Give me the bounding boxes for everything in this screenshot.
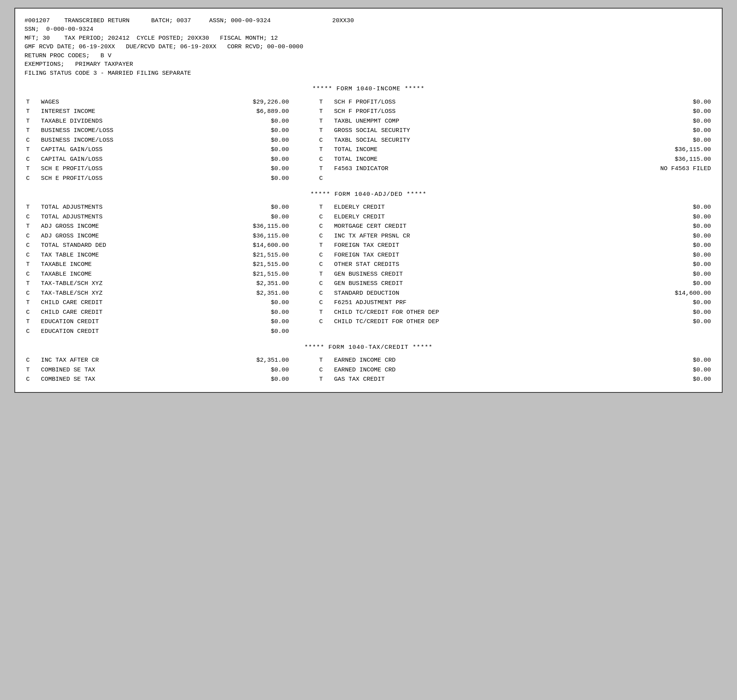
right-value: $0.00 xyxy=(590,308,712,317)
right-indicator: T xyxy=(318,269,332,279)
left-value: $29,226.00 xyxy=(202,97,291,107)
left-label: BUSINESS INCOME/LOSS xyxy=(39,126,202,135)
left-label: CAPITAL GAIN/LOSS xyxy=(39,145,202,154)
right-label: SCH F PROFIT/LOSS xyxy=(333,97,591,107)
right-value: $36,115.00 xyxy=(590,155,712,164)
left-value: $2,351.00 xyxy=(202,288,291,298)
left-value: $0.00 xyxy=(202,135,291,145)
table-row: CTOTAL ADJUSTMENTS$0.00CELDERLY CREDIT$0… xyxy=(25,212,712,222)
left-label: BUSINESS INCOME/LOSS xyxy=(39,135,202,145)
spacer xyxy=(290,145,318,154)
left-label: EDUCATION CREDIT xyxy=(39,327,202,336)
table-row: TCAPITAL GAIN/LOSS$0.00TTOTAL INCOME$36,… xyxy=(25,145,712,154)
left-indicator: C xyxy=(25,174,39,183)
right-value: $0.00 xyxy=(590,260,712,269)
left-indicator: T xyxy=(25,116,39,126)
spacer xyxy=(290,212,318,222)
right-label: CHILD TC/CREDIT FOR OTHER DEP xyxy=(333,308,591,317)
header-line-3: MFT; 30 TAX PERIOD; 202412 CYCLE POSTED;… xyxy=(25,34,712,42)
spacer xyxy=(290,135,318,145)
table-row: CSCH E PROFIT/LOSS$0.00C xyxy=(25,174,712,183)
left-value: $0.00 xyxy=(202,365,291,375)
right-indicator: C xyxy=(318,288,332,298)
left-value: $0.00 xyxy=(202,308,291,317)
left-value: $0.00 xyxy=(202,212,291,222)
left-value: $14,600.00 xyxy=(202,241,291,250)
right-value: $0.00 xyxy=(590,241,712,250)
right-value: $0.00 xyxy=(590,126,712,135)
left-label: TAXABLE DIVIDENDS xyxy=(39,116,202,126)
left-value: $0.00 xyxy=(202,145,291,154)
spacer xyxy=(290,126,318,135)
left-indicator: T xyxy=(25,279,39,288)
right-value: $0.00 xyxy=(590,317,712,326)
spacer xyxy=(290,269,318,279)
left-indicator: C xyxy=(25,327,39,336)
right-indicator: C xyxy=(318,155,332,164)
right-indicator: C xyxy=(318,260,332,269)
right-value: $14,600.00 xyxy=(590,288,712,298)
right-indicator: T xyxy=(318,308,332,317)
left-label: SCH E PROFIT/LOSS xyxy=(39,174,202,183)
header-line-1: #001207 TRANSCRIBED RETURN BATCH; 0037 A… xyxy=(25,16,712,25)
left-indicator: T xyxy=(25,298,39,307)
left-indicator: C xyxy=(25,308,39,317)
right-value: $0.00 xyxy=(590,222,712,231)
right-indicator: C xyxy=(318,135,332,145)
right-value: $0.00 xyxy=(590,202,712,212)
left-indicator: T xyxy=(25,107,39,116)
spacer xyxy=(290,164,318,173)
right-value: $0.00 xyxy=(590,97,712,107)
right-value: $36,115.00 xyxy=(590,145,712,154)
right-indicator: C xyxy=(318,222,332,231)
right-label: EARNED INCOME CRD xyxy=(333,355,591,365)
right-value xyxy=(590,327,712,336)
header-line-6: EXEMPTIONS; PRIMARY TAXPAYER xyxy=(25,60,712,69)
table-row: CTOTAL STANDARD DED$14,600.00TFOREIGN TA… xyxy=(25,241,712,250)
table-row: TTAXABLE INCOME$21,515.00COTHER STAT CRE… xyxy=(25,260,712,269)
left-label: WAGES xyxy=(39,97,202,107)
left-value: $2,351.00 xyxy=(202,355,291,365)
right-value: $0.00 xyxy=(590,355,712,365)
right-indicator: C xyxy=(318,250,332,260)
right-indicator xyxy=(318,327,332,336)
right-label: ELDERLY CREDIT xyxy=(333,202,591,212)
table-row: CTAXABLE INCOME$21,515.00TGEN BUSINESS C… xyxy=(25,269,712,279)
spacer xyxy=(290,174,318,183)
right-label: FOREIGN TAX CREDIT xyxy=(333,241,591,250)
table-row: CCHILD CARE CREDIT$0.00TCHILD TC/CREDIT … xyxy=(25,308,712,317)
right-value: $0.00 xyxy=(590,365,712,375)
left-value: $0.00 xyxy=(202,116,291,126)
left-indicator: T xyxy=(25,260,39,269)
right-indicator: T xyxy=(318,145,332,154)
left-value: $0.00 xyxy=(202,375,291,384)
left-value: $2,351.00 xyxy=(202,279,291,288)
header-section: #001207 TRANSCRIBED RETURN BATCH; 0037 A… xyxy=(25,16,712,77)
right-label: OTHER STAT CREDITS xyxy=(333,260,591,269)
table-row: CADJ GROSS INCOME$36,115.00CINC TX AFTER… xyxy=(25,231,712,241)
left-indicator: C xyxy=(25,231,39,241)
left-label: TAXABLE INCOME xyxy=(39,260,202,269)
left-indicator: C xyxy=(25,355,39,365)
left-label: COMBINED SE TAX xyxy=(39,375,202,384)
left-value: $36,115.00 xyxy=(202,231,291,241)
spacer xyxy=(290,260,318,269)
right-value: NO F4563 FILED xyxy=(590,164,712,173)
left-indicator: T xyxy=(25,145,39,154)
left-label: ADJ GROSS INCOME xyxy=(39,222,202,231)
table-row: TINTEREST INCOME$6,889.00TSCH F PROFIT/L… xyxy=(25,107,712,116)
spacer xyxy=(290,231,318,241)
right-indicator: T xyxy=(318,164,332,173)
left-label: CHILD CARE CREDIT xyxy=(39,308,202,317)
table-row: TADJ GROSS INCOME$36,115.00CMORTGAGE CER… xyxy=(25,222,712,231)
left-indicator: C xyxy=(25,269,39,279)
left-label: TAX-TABLE/SCH XYZ xyxy=(39,288,202,298)
right-label: FOREIGN TAX CREDIT xyxy=(333,250,591,260)
right-indicator: T xyxy=(318,202,332,212)
right-label: CHILD TC/CREDIT FOR OTHER DEP xyxy=(333,317,591,326)
left-value: $36,115.00 xyxy=(202,222,291,231)
left-value: $0.00 xyxy=(202,327,291,336)
spacer xyxy=(290,202,318,212)
income-section-title: ***** FORM 1040-INCOME ***** xyxy=(25,84,712,93)
spacer xyxy=(290,288,318,298)
